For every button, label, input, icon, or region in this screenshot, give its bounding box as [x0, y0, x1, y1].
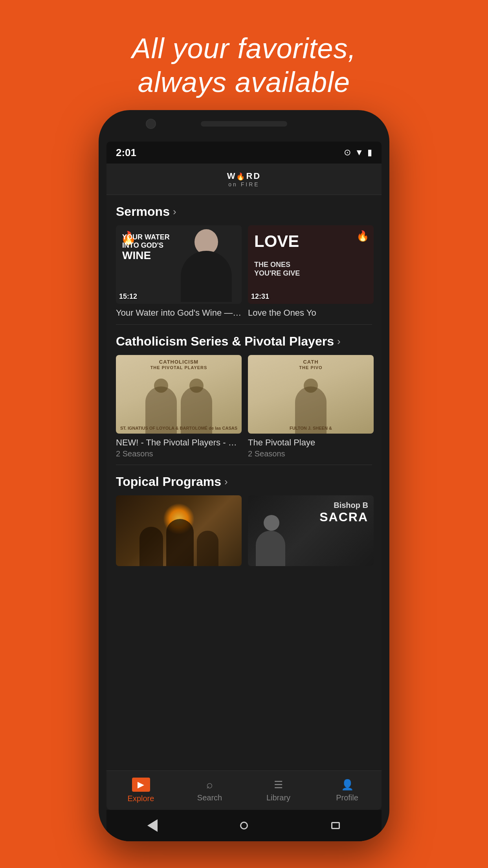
sermon-text-line3: WINE — [122, 249, 170, 262]
sermons-cards-row: 🔥 YOUR WATER INTO GOD'S WINE — [106, 225, 382, 318]
bottom-nav: ▶ Explore ⌕ Search ☰ Library 👤 Profile — [106, 771, 382, 810]
topical-title-line1: Bishop B — [319, 501, 368, 510]
sermons-header[interactable]: Sermons › — [106, 204, 382, 219]
cath-overlay-top-2: CATH THE PIVO — [248, 355, 374, 374]
tagline-line1: All your favorites, — [132, 33, 356, 64]
catholicism-thumb-2: CATH THE PIVO FULTON J. SHEEN & — [248, 355, 374, 434]
topical-section: Topical Programs › — [106, 465, 382, 572]
cath-brand-sub-1: THE PIVOTAL PLAYERS — [120, 365, 238, 370]
catholicism-card-2[interactable]: CATH THE PIVO FULTON J. SHEEN & The Pivo… — [248, 355, 374, 458]
phone-device: 2:01 ⊙ ▼ ▮ W🔥RD on FIRE Sermons › — [99, 110, 389, 841]
tagline: All your favorites, always available — [0, 31, 488, 99]
home-icon — [240, 822, 248, 829]
sermon-card-title-2: Love the Ones Yo — [248, 308, 374, 318]
sermons-title: Sermons — [116, 204, 170, 219]
sermons-thumb-2: LOVE THE ONES YOU'RE GIVE 🔥 12:31 — [248, 225, 374, 304]
love-line3: YOU'RE GIVE — [254, 269, 300, 278]
nav-item-explore[interactable]: ▶ Explore — [106, 771, 175, 810]
catholicism-card-title-1: NEW! - The Pivotal Players - St. I... — [116, 438, 242, 448]
phone-screen: 2:01 ⊙ ▼ ▮ W🔥RD on FIRE Sermons › — [106, 142, 382, 810]
logo-subtitle: on FIRE — [228, 181, 259, 188]
cath-overlay-top-1: CATHOLICISM THE PIVOTAL PLAYERS — [116, 355, 242, 374]
catholicism-cards-row: CATHOLICISM THE PIVOTAL PLAYERS ST. IGNA… — [106, 355, 382, 458]
topical-thumb-2: Bishop B SACRA — [248, 495, 374, 566]
person-icon: 👤 — [341, 779, 354, 791]
sermon-card-title-1: Your Water into God's Wine — Bis... — [116, 308, 242, 318]
catholicism-card-seasons-1: 2 Seasons — [116, 449, 242, 458]
wifi-icon: ▼ — [355, 147, 363, 158]
cath-brand-title-1: CATHOLICISM — [120, 359, 238, 365]
topical-arrow: › — [224, 476, 228, 488]
topical-thumb-1 — [116, 495, 242, 566]
cath-brand-sub-2: THE PIVO — [252, 365, 370, 370]
topical-fig-1 — [139, 527, 163, 566]
love-line2: THE ONES — [254, 261, 300, 269]
sermons-card-2[interactable]: LOVE THE ONES YOU'RE GIVE 🔥 12:31 Love t… — [248, 225, 374, 318]
nav-item-profile[interactable]: 👤 Profile — [313, 771, 382, 810]
tagline-line2: always available — [138, 66, 350, 98]
topical-text-overlay: Bishop B SACRA — [319, 501, 368, 524]
catholicism-card-seasons-2: 2 Seasons — [248, 449, 374, 458]
sermons-section: Sermons › 🔥 YOUR WATER — [106, 195, 382, 324]
cath-name-text-1: ST. IGNATIUS OF LOYOLA & BARTOLOMÉ de la… — [116, 426, 242, 430]
home-button[interactable] — [236, 818, 252, 833]
topical-cards-row: Bishop B SACRA — [106, 495, 382, 566]
nav-label-explore: Explore — [128, 794, 154, 803]
sync-icon: ⊙ — [344, 147, 351, 158]
sermon-overlay-text-1: YOUR WATER INTO GOD'S WINE — [122, 233, 170, 262]
battery-icon: ▮ — [367, 147, 372, 158]
status-icons: ⊙ ▼ ▮ — [344, 147, 372, 158]
back-icon — [147, 819, 158, 832]
catholicism-card-1[interactable]: CATHOLICISM THE PIVOTAL PLAYERS ST. IGNA… — [116, 355, 242, 458]
bishop-body — [181, 251, 232, 302]
catholicism-thumb-1: CATHOLICISM THE PIVOTAL PLAYERS ST. IGNA… — [116, 355, 242, 434]
catholicism-title: Catholicism Series & Pivotal Players — [116, 334, 334, 349]
search-icon: ⌕ — [206, 778, 213, 791]
catholicism-header[interactable]: Catholicism Series & Pivotal Players › — [106, 334, 382, 349]
cath-figures-1 — [116, 379, 242, 434]
sermons-arrow: › — [173, 206, 176, 218]
sermon-text-line2: INTO GOD'S — [122, 241, 170, 250]
recent-button[interactable] — [328, 818, 343, 833]
nav-item-library[interactable]: ☰ Library — [244, 771, 313, 810]
content-area[interactable]: Sermons › 🔥 YOUR WATER — [106, 195, 382, 771]
topical-card-1[interactable] — [116, 495, 242, 566]
nav-label-library: Library — [266, 793, 290, 802]
phone-camera — [146, 119, 156, 129]
sermons-card-1[interactable]: 🔥 YOUR WATER INTO GOD'S WINE — [116, 225, 242, 318]
love-text-big: LOVE — [254, 233, 299, 250]
nav-label-search: Search — [197, 793, 222, 802]
logo-word: W🔥RD — [227, 171, 261, 181]
status-time: 2:01 — [116, 147, 136, 159]
sermon-text-line1: YOUR WATER — [122, 233, 170, 241]
android-nav-bar — [106, 810, 382, 841]
list-icon: ☰ — [274, 779, 283, 791]
nav-item-search[interactable]: ⌕ Search — [175, 771, 244, 810]
nav-label-profile: Profile — [336, 793, 358, 802]
topical-figures-1 — [116, 511, 242, 566]
back-button[interactable] — [145, 818, 160, 833]
topical-fig-3 — [197, 531, 218, 566]
topical-header[interactable]: Topical Programs › — [106, 474, 382, 489]
catholicism-card-title-2: The Pivotal Playe — [248, 438, 374, 448]
catholicism-arrow: › — [337, 335, 341, 348]
sermon-duration-1: 15:12 — [119, 292, 137, 301]
topical-title-line2: SACRA — [319, 510, 368, 524]
header-section: All your favorites, always available — [0, 0, 488, 123]
catholicism-section: Catholicism Series & Pivotal Players › C… — [106, 325, 382, 465]
cath-figures-2 — [248, 379, 374, 434]
bishop-figure — [175, 229, 238, 302]
bishop-body-small — [256, 531, 285, 566]
topical-title: Topical Programs — [116, 474, 221, 489]
sermon-duration-2: 12:31 — [251, 292, 269, 301]
love-subtext: THE ONES YOU'RE GIVE — [254, 261, 300, 278]
cath-brand-title-2: CATH — [252, 359, 370, 365]
topical-card-2[interactable]: Bishop B SACRA — [248, 495, 374, 566]
sermons-thumb-1: 🔥 YOUR WATER INTO GOD'S WINE — [116, 225, 242, 304]
bishop-head-small — [264, 515, 279, 531]
app-logo: W🔥RD on FIRE — [227, 171, 261, 188]
cath-name-text-2: FULTON J. SHEEN & — [248, 426, 374, 430]
bishop-silhouette — [256, 515, 287, 566]
fire-badge: 🔥 — [356, 230, 369, 242]
status-bar: 2:01 ⊙ ▼ ▮ — [106, 142, 382, 164]
